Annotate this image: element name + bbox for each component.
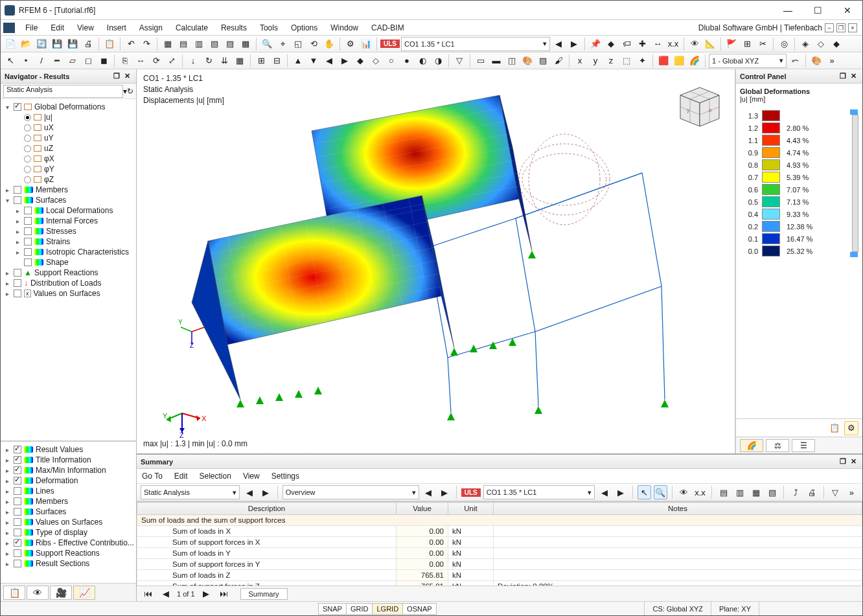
nav-tab-display[interactable]: 👁 bbox=[27, 586, 49, 600]
copy-geom-icon[interactable]: ⎘ bbox=[118, 54, 132, 68]
mtool-g-icon[interactable]: ○ bbox=[384, 54, 398, 68]
menu-options[interactable]: Options bbox=[284, 21, 324, 34]
sum-next-icon[interactable]: ▶ bbox=[259, 485, 273, 499]
refresh-icon[interactable]: 🔄 bbox=[34, 37, 49, 51]
mtool-j-icon[interactable]: ◑ bbox=[431, 54, 445, 68]
mtool-c-icon[interactable]: ◀ bbox=[322, 54, 336, 68]
ucs-prev-icon[interactable]: ⤺ bbox=[788, 54, 802, 68]
axis-y-icon[interactable]: y bbox=[588, 54, 603, 68]
checkbox[interactable] bbox=[14, 549, 21, 557]
load-moment-icon[interactable]: ↻ bbox=[201, 54, 216, 68]
mesh-icon[interactable]: ⊞ bbox=[254, 54, 268, 68]
summary-case-dropdown[interactable]: CO1 1.35 * LC1▾ bbox=[483, 485, 595, 499]
slice-icon[interactable]: ✂ bbox=[755, 37, 770, 51]
paint-icon[interactable]: 🖌 bbox=[551, 54, 566, 68]
nav-lower-item[interactable]: ▸Max/Min Information bbox=[3, 465, 135, 475]
view-display-icon[interactable]: ▥ bbox=[192, 37, 206, 51]
zoom-icon[interactable]: 🔍 bbox=[260, 37, 274, 51]
navigator-lower-tree[interactable]: ▸Result Values▸Title Information▸Max/Min… bbox=[1, 440, 136, 583]
close-icon[interactable]: ✕ bbox=[848, 71, 858, 82]
radio-ux[interactable] bbox=[24, 124, 31, 131]
table-row[interactable]: Sum of support forces in X0.00kN bbox=[137, 537, 862, 548]
table-row[interactable]: Sum of loads in Y0.00kN bbox=[137, 548, 862, 559]
summary-table-wrap[interactable]: DescriptionValueUnitNotes Sum of loads a… bbox=[137, 501, 862, 586]
nav-lower-item[interactable]: ▸Surfaces bbox=[3, 507, 135, 517]
sum-export-icon[interactable]: ⤴ bbox=[788, 485, 802, 499]
coord-system-dropdown[interactable]: 1 - Global XYZ▾ bbox=[709, 54, 787, 68]
copy-icon[interactable]: 📋 bbox=[102, 37, 117, 51]
checkbox[interactable] bbox=[14, 529, 21, 536]
app-menu-icon[interactable] bbox=[3, 23, 15, 33]
opening-icon[interactable]: ◻ bbox=[81, 54, 95, 68]
mtool-b-icon[interactable]: ▼ bbox=[306, 54, 321, 68]
sum-col-d-icon[interactable]: ▧ bbox=[765, 485, 779, 499]
checkbox[interactable] bbox=[24, 217, 32, 225]
maximize-button[interactable]: ☐ bbox=[803, 1, 833, 20]
mdi-minimize-button[interactable]: – bbox=[825, 23, 834, 32]
rotate-icon[interactable]: ⟳ bbox=[149, 54, 163, 68]
sum-col-c-icon[interactable]: ▦ bbox=[749, 485, 763, 499]
column-header[interactable]: Unit bbox=[448, 503, 494, 515]
load-force-icon[interactable]: ↓ bbox=[186, 54, 200, 68]
refine-icon[interactable]: ⊟ bbox=[270, 54, 284, 68]
checkbox[interactable] bbox=[14, 456, 21, 464]
checkbox[interactable] bbox=[24, 238, 32, 245]
sum-filter-icon[interactable]: ▽ bbox=[829, 485, 842, 499]
save-all-icon[interactable]: 💾 bbox=[65, 37, 80, 51]
support-disp-icon[interactable]: ◆ bbox=[604, 37, 618, 51]
checkbox[interactable] bbox=[14, 466, 21, 474]
menu-file[interactable]: File bbox=[19, 21, 44, 34]
table-row[interactable]: Sum of support forces in Z765.81kNDeviat… bbox=[137, 581, 862, 586]
line-icon[interactable]: / bbox=[34, 54, 49, 68]
load-area-icon[interactable]: ▦ bbox=[233, 54, 247, 68]
sum-select-icon[interactable]: ↖ bbox=[638, 485, 651, 499]
pan-icon[interactable]: ✋ bbox=[322, 37, 336, 51]
mdi-restore-button[interactable]: ❐ bbox=[836, 23, 846, 32]
checkbox[interactable] bbox=[24, 258, 32, 266]
mtool-f-icon[interactable]: ◇ bbox=[369, 54, 383, 68]
radio-phix[interactable] bbox=[24, 155, 31, 163]
sum-more-icon[interactable]: » bbox=[845, 485, 858, 499]
render-tex-icon[interactable]: ▨ bbox=[536, 54, 550, 68]
summary-menu-view[interactable]: View bbox=[243, 472, 260, 481]
ctrl-tab-colors[interactable]: 🌈 bbox=[740, 439, 763, 452]
summary-tab[interactable]: Summary bbox=[240, 588, 288, 600]
sum-next2-icon[interactable]: ▶ bbox=[438, 485, 452, 499]
mtool-d-icon[interactable]: ▶ bbox=[338, 54, 352, 68]
radio-phiy[interactable] bbox=[24, 166, 31, 173]
mtool-i-icon[interactable]: ◐ bbox=[415, 54, 430, 68]
colormap-icon[interactable]: 🌈 bbox=[687, 54, 702, 68]
column-header[interactable]: Notes bbox=[494, 503, 862, 515]
dim-icon[interactable]: ↔ bbox=[650, 37, 665, 51]
sum-prev-icon[interactable]: ◀ bbox=[242, 485, 256, 499]
mtool-a-icon[interactable]: ▲ bbox=[291, 54, 305, 68]
sum-case-next-icon[interactable]: ▶ bbox=[614, 485, 628, 499]
legend-copy-icon[interactable]: 📋 bbox=[827, 421, 842, 435]
close-button[interactable]: ✕ bbox=[833, 1, 862, 20]
nav-lower-item[interactable]: ▸Title Information bbox=[3, 455, 135, 465]
nav-lower-item[interactable]: ▸Result Sections bbox=[3, 558, 135, 569]
zoom-extents-icon[interactable]: ⌖ bbox=[275, 37, 290, 51]
load-line-icon[interactable]: ⇊ bbox=[217, 54, 231, 68]
summary-menu-settings[interactable]: Settings bbox=[271, 472, 299, 481]
undock-icon[interactable]: ❐ bbox=[838, 71, 848, 82]
nav-lower-item[interactable]: ▸Result Values bbox=[3, 444, 135, 455]
nav-lower-item[interactable]: ▸Lines bbox=[3, 486, 135, 496]
member-icon[interactable]: ━ bbox=[50, 54, 64, 68]
save-icon[interactable]: 💾 bbox=[50, 37, 64, 51]
view-model-icon[interactable]: ▦ bbox=[161, 37, 175, 51]
new-icon[interactable]: 📄 bbox=[3, 37, 17, 51]
loadcase-dropdown[interactable]: CO1 1.35 * LC1 ▾ bbox=[401, 37, 550, 51]
val-icon[interactable]: x.x bbox=[666, 37, 680, 51]
radio-phiz[interactable] bbox=[24, 176, 31, 183]
menu-cad-bim[interactable]: CAD-BIM bbox=[365, 21, 411, 34]
solid-icon[interactable]: ◼ bbox=[97, 54, 111, 68]
nav-lower-item[interactable]: ▸Type of display bbox=[3, 527, 135, 538]
flag3-icon[interactable]: 🟨 bbox=[672, 54, 686, 68]
cube-top-icon[interactable]: ◇ bbox=[814, 37, 828, 51]
prev-case-icon[interactable]: ◀ bbox=[551, 37, 566, 51]
render-solid-icon[interactable]: ▬ bbox=[489, 54, 503, 68]
zoom-prev-icon[interactable]: ⟲ bbox=[306, 37, 321, 51]
viewport-3d[interactable]: CO1 - 1.35 * LC1 Static Analysis Displac… bbox=[137, 69, 735, 453]
scale-icon[interactable]: ⤢ bbox=[165, 54, 179, 68]
